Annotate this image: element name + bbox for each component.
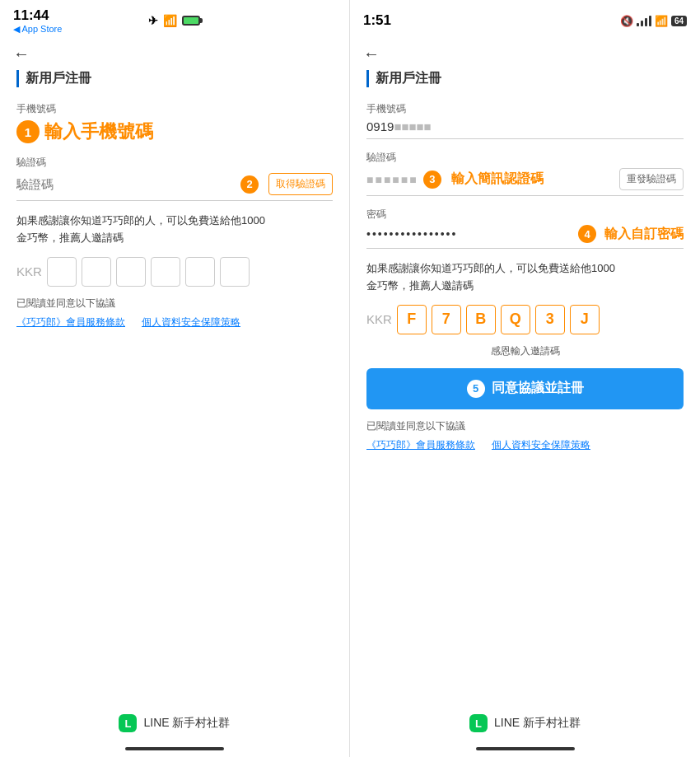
left-referral-row: KKR <box>16 257 333 287</box>
right-phone-value: 0919■■■■■ <box>366 119 684 139</box>
right-agree-button[interactable]: 5同意協議並註冊 <box>366 368 684 409</box>
right-password-dots: •••••••••••••••• <box>366 227 578 241</box>
right-battery-label: 64 <box>671 16 687 26</box>
right-step5-badge: 5 <box>467 380 485 398</box>
left-line-footer: L LINE 新手村社群 <box>0 714 349 732</box>
right-phone: 1:51 🔇 📶 64 ← 新用戶注冊 手機號碼 0919■■■■■ <box>350 0 700 757</box>
left-verify-row: 2 取得驗證碼 <box>16 173 333 201</box>
left-verify-input[interactable] <box>16 177 240 191</box>
right-step5-text: 同意協議並註冊 <box>492 381 584 395</box>
left-phone-label: 手機號碼 <box>16 102 333 116</box>
left-status-bar: 11:44 ◀ App Store ✈ 📶 <box>0 0 349 41</box>
right-nav-bar: ← <box>350 41 700 70</box>
wifi-icon: 📶 <box>163 14 177 27</box>
right-referral-text: 如果感謝讓你知道巧巧郎的人，可以免費送給他1000金巧幣，推薦人邀請碼 <box>366 260 684 295</box>
left-status-icons: ✈ 📶 <box>148 14 200 27</box>
left-phone-field-group: 手機號碼 1 輸入手機號碼 <box>16 102 333 144</box>
left-phone: 11:44 ◀ App Store ✈ 📶 ← 新用戶注冊 手機號碼 1 輸入手… <box>0 0 350 757</box>
left-home-indicator <box>125 747 224 750</box>
right-step3-text: 輸入簡訊認證碼 <box>451 171 544 188</box>
left-referral-box-3[interactable] <box>116 257 146 287</box>
right-verify-dots: ■■■■■■ <box>366 173 418 186</box>
right-links-row: 《巧巧郎》會員服務條款 個人資料安全保障策略 <box>366 438 684 452</box>
right-verify-section: 驗證碼 ■■■■■■ 3 輸入簡訊認證碼 重發驗證碼 <box>366 151 684 196</box>
right-step3-badge: 3 <box>423 171 441 189</box>
right-step4-text: 輸入自訂密碼 <box>604 226 684 243</box>
left-step1-text: 輸入手機號碼 <box>44 119 153 144</box>
right-referral-row: KKR F 7 B Q 3 J <box>366 305 684 334</box>
left-referral-box-2[interactable] <box>82 257 111 287</box>
right-thank-label: 感恩輸入邀請碼 <box>366 344 684 358</box>
left-back-button[interactable]: ← <box>13 44 30 63</box>
left-verify-section: 驗證碼 2 取得驗證碼 <box>16 156 333 201</box>
left-referral-box-5[interactable] <box>185 257 215 287</box>
right-content: 新用戶注冊 手機號碼 0919■■■■■ 驗證碼 ■■■■■■ 3 輸入簡訊認證… <box>350 70 700 452</box>
left-referral-box-4[interactable] <box>151 257 180 287</box>
right-referral-box-4[interactable]: Q <box>501 305 530 334</box>
left-step1-badge: 1 <box>16 120 40 143</box>
right-password-section: 密碼 •••••••••••••••• 4 輸入自訂密碼 <box>366 208 684 249</box>
mute-icon: 🔇 <box>620 15 633 27</box>
right-line-label: LINE 新手村社群 <box>494 716 581 731</box>
right-referral-box-2[interactable]: 7 <box>432 305 461 334</box>
left-line-icon: L <box>119 714 137 732</box>
right-referral-box-3[interactable]: B <box>466 305 496 334</box>
right-status-time-group: 1:51 <box>363 12 391 29</box>
right-verify-label: 驗證碼 <box>366 151 684 165</box>
right-phone-label: 手機號碼 <box>366 102 684 116</box>
right-referral-box-6[interactable]: J <box>570 305 600 334</box>
left-line-label: LINE 新手村社群 <box>143 716 230 731</box>
left-nav-bar: ← <box>0 41 349 70</box>
signal-bars-icon <box>637 16 651 26</box>
right-step4-badge: 4 <box>578 225 596 243</box>
right-line-icon: L <box>469 714 488 732</box>
right-password-row: •••••••••••••••• 4 輸入自訂密碼 <box>366 225 684 249</box>
left-step2-badge: 2 <box>240 175 259 194</box>
left-referral-text: 如果感謝讓你知道巧巧郎的人，可以免費送給他1000金巧幣，推薦人邀請碼 <box>16 213 333 247</box>
right-referral-box-5[interactable]: 3 <box>535 305 565 334</box>
battery-icon <box>182 16 200 26</box>
right-password-label: 密碼 <box>366 208 684 222</box>
left-section-title: 新用戶注冊 <box>16 70 333 87</box>
right-section-title: 新用戶注冊 <box>366 70 684 87</box>
right-line-footer: L LINE 新手村社群 <box>350 714 700 732</box>
left-verify-label: 驗證碼 <box>16 156 333 170</box>
left-referral-box-6[interactable] <box>220 257 250 287</box>
right-link2[interactable]: 個人資料安全保障策略 <box>492 438 590 452</box>
left-link2[interactable]: 個人資料安全保障策略 <box>142 315 240 329</box>
airplane-icon: ✈ <box>148 14 158 27</box>
left-referral-prefix: KKR <box>16 264 42 278</box>
left-referral-box-1[interactable] <box>47 257 77 287</box>
right-referral-prefix: KKR <box>366 312 392 326</box>
left-app-store: ◀ App Store <box>13 24 62 35</box>
right-link1[interactable]: 《巧巧郎》會員服務條款 <box>366 438 475 452</box>
right-referral-box-1[interactable]: F <box>397 305 427 334</box>
right-status-icons: 🔇 📶 64 <box>620 15 687 27</box>
right-time: 1:51 <box>363 12 391 29</box>
right-status-bar: 1:51 🔇 📶 64 <box>350 0 700 41</box>
right-wifi-icon: 📶 <box>655 15 668 27</box>
right-home-indicator <box>476 747 575 750</box>
right-verify-row: ■■■■■■ 3 輸入簡訊認證碼 重發驗證碼 <box>366 168 684 196</box>
left-link1[interactable]: 《巧巧郎》會員服務條款 <box>16 315 125 329</box>
left-step1-row: 1 輸入手機號碼 <box>16 119 333 144</box>
right-phone-field: 手機號碼 0919■■■■■ <box>366 102 684 139</box>
left-content: 新用戶注冊 手機號碼 1 輸入手機號碼 驗證碼 2 取得驗證碼 如果感謝讓你知道… <box>0 70 349 329</box>
right-agreement-label: 已閱讀並同意以下協議 <box>366 419 684 433</box>
right-resend-button[interactable]: 重發驗證碼 <box>619 168 684 190</box>
left-time: 11:44 <box>13 7 49 24</box>
left-agreement-label: 已閱讀並同意以下協議 <box>16 297 333 311</box>
left-links-row: 《巧巧郎》會員服務條款 個人資料安全保障策略 <box>16 315 333 329</box>
left-get-code-button[interactable]: 取得驗證碼 <box>268 173 333 195</box>
right-back-button[interactable]: ← <box>363 44 380 63</box>
left-status-time-group: 11:44 ◀ App Store <box>13 7 62 35</box>
